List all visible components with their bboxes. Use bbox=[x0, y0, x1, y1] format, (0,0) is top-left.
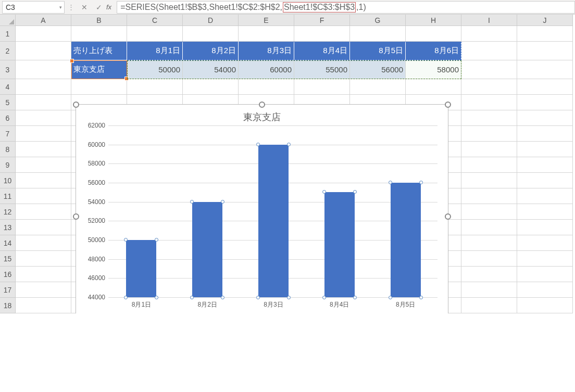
name-box[interactable]: C3 ▾ bbox=[2, 1, 65, 14]
cell-J4[interactable] bbox=[517, 79, 573, 95]
cell-J15[interactable] bbox=[517, 251, 573, 267]
cell-J6[interactable] bbox=[517, 110, 573, 126]
cell-A8[interactable] bbox=[16, 142, 71, 157]
cell-J9[interactable] bbox=[517, 157, 573, 173]
cell-J10[interactable] bbox=[517, 173, 573, 188]
cell-C4[interactable] bbox=[127, 79, 183, 95]
cell-I9[interactable] bbox=[461, 157, 517, 173]
chart-bar[interactable] bbox=[126, 240, 156, 297]
row-header-15[interactable]: 15 bbox=[0, 251, 16, 267]
row-header-2[interactable]: 2 bbox=[0, 42, 16, 60]
bar-handle[interactable] bbox=[221, 200, 224, 204]
cell-G2[interactable]: 8月5日 bbox=[350, 42, 406, 60]
cell-J7[interactable] bbox=[517, 126, 573, 142]
row-header-10[interactable]: 10 bbox=[0, 173, 16, 188]
row-header-6[interactable]: 6 bbox=[0, 110, 16, 126]
bar-handle[interactable] bbox=[353, 296, 357, 299]
cell-A13[interactable] bbox=[16, 220, 71, 235]
cell-J2[interactable] bbox=[517, 42, 573, 60]
cell-I15[interactable] bbox=[461, 251, 517, 267]
resize-handle-tl[interactable] bbox=[73, 102, 79, 108]
cell-H1[interactable] bbox=[406, 26, 461, 42]
row-header-4[interactable]: 4 bbox=[0, 79, 16, 95]
cell-J14[interactable] bbox=[517, 235, 573, 251]
row-header-1[interactable]: 1 bbox=[0, 26, 16, 42]
cell-A5[interactable] bbox=[16, 95, 71, 110]
row-header-12[interactable]: 12 bbox=[0, 204, 16, 220]
cell-G1[interactable] bbox=[350, 26, 406, 42]
bar-handle[interactable] bbox=[124, 238, 128, 242]
cell-B3[interactable]: 東京支店 bbox=[71, 60, 127, 79]
bar-handle[interactable] bbox=[287, 296, 291, 299]
cell-I5[interactable] bbox=[461, 95, 517, 110]
cell-D3[interactable]: 54000 bbox=[183, 60, 239, 79]
bar-handle[interactable] bbox=[256, 296, 260, 299]
cell-I12[interactable] bbox=[461, 204, 517, 220]
cell-E4[interactable] bbox=[239, 79, 294, 95]
cell-H3[interactable]: 58000 bbox=[406, 60, 461, 79]
row-header-14[interactable]: 14 bbox=[0, 235, 16, 251]
cell-F4[interactable] bbox=[294, 79, 350, 95]
cell-A9[interactable] bbox=[16, 157, 71, 173]
cell-J3[interactable] bbox=[517, 60, 573, 79]
cancel-button[interactable]: ✕ bbox=[77, 3, 92, 11]
cell-J11[interactable] bbox=[517, 188, 573, 204]
chart-object[interactable]: 東京支店 44000460004800050000520005400056000… bbox=[76, 104, 448, 313]
row-header-8[interactable]: 8 bbox=[0, 142, 16, 157]
row-header-3[interactable]: 3 bbox=[0, 60, 16, 79]
cell-H2[interactable]: 8月6日 bbox=[406, 42, 461, 60]
cell-C1[interactable] bbox=[127, 26, 183, 42]
cell-B4[interactable] bbox=[71, 79, 127, 95]
cell-J8[interactable] bbox=[517, 142, 573, 157]
cell-A4[interactable] bbox=[16, 79, 71, 95]
cell-D4[interactable] bbox=[183, 79, 239, 95]
cell-I18[interactable] bbox=[461, 298, 517, 313]
cell-I7[interactable] bbox=[461, 126, 517, 142]
col-header-I[interactable]: I bbox=[461, 15, 517, 26]
cell-E3[interactable]: 60000 bbox=[239, 60, 294, 79]
dropdown-icon[interactable]: ▾ bbox=[59, 5, 62, 10]
cell-I13[interactable] bbox=[461, 220, 517, 235]
row-header-7[interactable]: 7 bbox=[0, 126, 16, 142]
resize-handle-mr[interactable] bbox=[445, 213, 451, 220]
bar-handle[interactable] bbox=[389, 181, 392, 184]
select-all-corner[interactable] bbox=[0, 15, 16, 26]
row-header-13[interactable]: 13 bbox=[0, 220, 16, 235]
cell-J12[interactable] bbox=[517, 204, 573, 220]
cell-I14[interactable] bbox=[461, 235, 517, 251]
bar-handle[interactable] bbox=[322, 190, 326, 194]
confirm-button[interactable]: ✓ bbox=[92, 3, 106, 11]
col-header-F[interactable]: F bbox=[294, 15, 350, 26]
cell-A18[interactable] bbox=[16, 298, 71, 313]
cell-J5[interactable] bbox=[517, 95, 573, 110]
cell-C3[interactable]: 50000 bbox=[127, 60, 183, 79]
bar-handle[interactable] bbox=[419, 181, 423, 184]
cell-E2[interactable]: 8月3日 bbox=[239, 42, 294, 60]
cell-A3[interactable] bbox=[16, 60, 71, 79]
col-header-H[interactable]: H bbox=[406, 15, 461, 26]
cell-F2[interactable]: 8月4日 bbox=[294, 42, 350, 60]
bar-handle[interactable] bbox=[190, 296, 194, 299]
bar-handle[interactable] bbox=[221, 296, 224, 299]
col-header-G[interactable]: G bbox=[350, 15, 406, 26]
col-header-A[interactable]: A bbox=[16, 15, 71, 26]
row-header-5[interactable]: 5 bbox=[0, 95, 16, 110]
cell-F3[interactable]: 55000 bbox=[294, 60, 350, 79]
chart-title[interactable]: 東京支店 bbox=[76, 105, 448, 125]
cell-D2[interactable]: 8月2日 bbox=[183, 42, 239, 60]
cell-I2[interactable] bbox=[461, 42, 517, 60]
col-header-C[interactable]: C bbox=[127, 15, 183, 26]
row-header-18[interactable]: 18 bbox=[0, 298, 16, 313]
cell-A16[interactable] bbox=[16, 267, 71, 282]
bar-handle[interactable] bbox=[124, 296, 128, 299]
cell-D1[interactable] bbox=[183, 26, 239, 42]
row-header-17[interactable]: 17 bbox=[0, 282, 16, 298]
cell-J17[interactable] bbox=[517, 282, 573, 298]
cell-G3[interactable]: 56000 bbox=[350, 60, 406, 79]
cell-I3[interactable] bbox=[461, 60, 517, 79]
bar-handle[interactable] bbox=[389, 296, 392, 299]
cell-I8[interactable] bbox=[461, 142, 517, 157]
cell-I6[interactable] bbox=[461, 110, 517, 126]
plot-area[interactable]: 4400046000480005000052000540005600058000… bbox=[108, 125, 438, 297]
cell-A6[interactable] bbox=[16, 110, 71, 126]
